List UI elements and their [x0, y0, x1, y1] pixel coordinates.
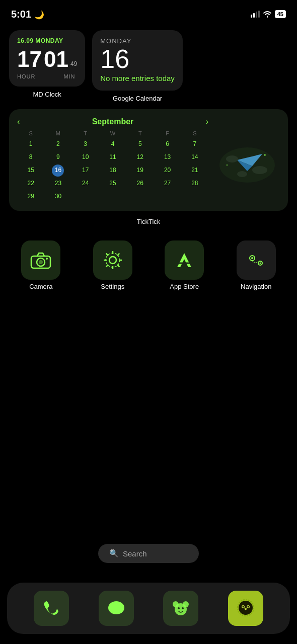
md-clock-labels: HOUR MIN — [17, 73, 77, 79]
messages-icon — [107, 599, 126, 617]
cal-cell[interactable]: 9 — [52, 151, 64, 164]
app-icons-row: Camera Settings — [0, 235, 297, 290]
search-bar[interactable]: 🔍 Search — [98, 544, 199, 563]
cal-cell[interactable]: 2 — [52, 138, 64, 150]
phone-icon — [42, 599, 60, 617]
camera-app[interactable]: Camera — [13, 240, 68, 290]
asobi-dock-icon[interactable] — [163, 591, 198, 626]
cal-cell[interactable]: 4 — [107, 138, 119, 150]
appstore-icon-bg[interactable] — [165, 240, 204, 280]
cal-cell[interactable]: 7 — [189, 138, 201, 150]
cal-cell[interactable]: 27 — [162, 178, 174, 190]
cal-cell[interactable]: 14 — [189, 151, 201, 164]
cal-cell[interactable] — [80, 191, 92, 203]
time-text: 5:01 — [11, 9, 31, 20]
cal-cell[interactable]: 15 — [25, 165, 37, 177]
appstore-label: App Store — [170, 283, 199, 290]
md-clock-digits: 17 01 49 — [17, 48, 77, 70]
svg-point-26 — [173, 601, 179, 607]
cal-cell[interactable]: 24 — [80, 178, 92, 190]
svg-rect-2 — [256, 12, 257, 18]
status-icons: 45 — [251, 10, 286, 18]
svg-point-23 — [108, 601, 124, 614]
cal-cell[interactable]: 16 — [52, 165, 64, 177]
day-m: M — [44, 130, 71, 136]
battery-level: 45 — [277, 11, 283, 17]
camera-label: Camera — [29, 283, 52, 290]
appstore-icon — [173, 249, 195, 271]
day-w: W — [99, 130, 126, 136]
ticktick-widget-wrapper[interactable]: ‹ September › S M T W T F S 123456789101… — [9, 109, 288, 225]
moon-icon: 🌙 — [34, 11, 44, 19]
brave-dock-icon[interactable] — [228, 591, 263, 626]
day-s2: S — [181, 130, 208, 136]
navigation-icon-bg[interactable] — [237, 240, 276, 280]
cal-cell[interactable]: 19 — [134, 165, 146, 177]
camera-icon-bg[interactable] — [21, 240, 60, 280]
cal-cell[interactable] — [134, 191, 146, 203]
cal-cell[interactable]: 8 — [25, 151, 37, 164]
cal-cell[interactable]: 23 — [52, 178, 64, 190]
svg-rect-1 — [253, 13, 255, 18]
top-widgets-row: 16.09 MONDAY 17 01 49 HOUR MIN MD Clock … — [9, 30, 288, 102]
cal-cell[interactable]: 12 — [134, 151, 146, 164]
messages-dock-icon[interactable] — [99, 591, 134, 626]
cal-cell[interactable]: 21 — [189, 165, 201, 177]
svg-point-15 — [46, 258, 48, 260]
search-area: 🔍 Search — [0, 534, 297, 571]
widgets-area: 16.09 MONDAY 17 01 49 HOUR MIN MD Clock … — [0, 25, 297, 225]
ticktick-widget[interactable]: ‹ September › S M T W T F S 123456789101… — [9, 109, 288, 211]
hour-label: HOUR — [17, 73, 35, 79]
cal-next[interactable]: › — [206, 117, 208, 126]
svg-point-29 — [182, 607, 184, 609]
md-seconds: 49 — [70, 60, 77, 67]
svg-rect-0 — [251, 15, 252, 18]
min-label: MIN — [63, 73, 75, 79]
cal-cell[interactable]: 17 — [80, 165, 92, 177]
cal-cell[interactable] — [162, 191, 174, 203]
cal-cell[interactable]: 5 — [134, 138, 146, 150]
cal-cell[interactable]: 11 — [107, 151, 119, 164]
cal-cell[interactable] — [107, 191, 119, 203]
navigation-app[interactable]: Navigation — [229, 240, 284, 290]
phone-dock-icon[interactable] — [34, 591, 69, 626]
cal-cell[interactable]: 29 — [25, 191, 37, 203]
cal-cell[interactable]: 22 — [25, 178, 37, 190]
appstore-app[interactable]: App Store — [157, 240, 212, 290]
settings-app[interactable]: Settings — [85, 240, 140, 290]
cal-cell[interactable]: 1 — [25, 138, 37, 150]
cal-cell[interactable]: 26 — [134, 178, 146, 190]
day-t2: T — [126, 130, 154, 136]
svg-point-27 — [183, 601, 189, 607]
cal-cell[interactable]: 30 — [52, 191, 64, 203]
camera-icon — [30, 251, 51, 269]
cal-cell[interactable]: 25 — [107, 178, 119, 190]
cal-cell[interactable]: 3 — [80, 138, 92, 150]
cal-cell[interactable]: 18 — [107, 165, 119, 177]
brave-icon — [235, 598, 256, 619]
cal-cell[interactable]: 20 — [162, 165, 174, 177]
google-calendar-widget[interactable]: MONDAY 16 No more entries today Google C… — [92, 30, 183, 102]
svg-point-11 — [227, 164, 228, 166]
asobi-icon — [171, 598, 191, 618]
settings-icon-bg[interactable] — [93, 240, 132, 280]
settings-icon — [102, 249, 124, 271]
cal-cell[interactable]: 6 — [162, 138, 174, 150]
md-clock-title: MD Clock — [9, 91, 85, 98]
cal-cell[interactable]: 13 — [162, 151, 174, 164]
navigation-icon — [245, 249, 267, 271]
svg-point-22 — [259, 262, 261, 264]
md-clock-widget[interactable]: 16.09 MONDAY 17 01 49 HOUR MIN MD Clock — [9, 30, 85, 102]
cal-prev[interactable]: ‹ — [17, 117, 20, 126]
svg-point-14 — [39, 260, 43, 264]
gcal-title: Google Calendar — [92, 95, 183, 102]
md-hour: 17 — [17, 48, 42, 70]
cal-cell[interactable]: 28 — [189, 178, 201, 190]
signal-icon — [251, 11, 260, 18]
status-bar: 5:01 🌙 45 — [0, 0, 297, 25]
svg-point-7 — [226, 155, 238, 163]
cal-grid: 1234567891011121314151617181920212223242… — [17, 138, 208, 203]
cal-cell[interactable] — [189, 191, 201, 203]
cal-cell[interactable]: 10 — [80, 151, 92, 164]
gcal-day-of-week: MONDAY — [100, 37, 175, 45]
